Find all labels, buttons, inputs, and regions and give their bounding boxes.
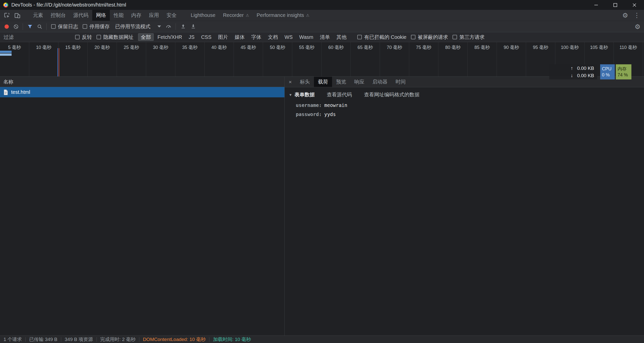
- timeline-label: 20 毫秒: [88, 42, 117, 76]
- blocked-cookies-label: 有已拦截的 Cookie: [364, 34, 406, 41]
- preserve-log-checkbox[interactable]: [51, 24, 56, 29]
- third-party-option[interactable]: 第三方请求: [453, 34, 485, 41]
- filter-chip-ws[interactable]: WS: [282, 33, 295, 41]
- memory-label: 内存: [618, 66, 630, 72]
- network-settings-gear-icon[interactable]: ⚙: [635, 21, 640, 32]
- filter-chip-wasm[interactable]: Wasm: [297, 33, 316, 41]
- hide-data-urls-checkbox[interactable]: [96, 35, 101, 39]
- arrow-up-import-icon: [180, 24, 186, 29]
- filter-chip-manifest[interactable]: 清单: [317, 33, 333, 41]
- third-party-label: 第三方请求: [459, 34, 485, 41]
- disable-cache-checkbox[interactable]: [83, 24, 87, 29]
- detail-tab-timing[interactable]: 时间: [392, 77, 410, 87]
- filter-chip-fetch-xhr[interactable]: Fetch/XHR: [155, 33, 185, 41]
- clear-network-log-button[interactable]: [13, 24, 19, 29]
- request-row-test-html[interactable]: test.html: [0, 87, 284, 97]
- filter-chip-css[interactable]: CSS: [198, 33, 214, 41]
- filter-toggle-button[interactable]: [27, 24, 33, 29]
- inspect-element-button[interactable]: [2, 10, 12, 21]
- device-toolbar-button[interactable]: [12, 10, 23, 21]
- divider: [176, 23, 176, 30]
- tab-application[interactable]: 应用: [145, 10, 163, 21]
- download-arrow-icon: ↓: [571, 73, 573, 78]
- more-options-kebab-icon[interactable]: ⋮: [634, 12, 640, 18]
- tab-performance-insights[interactable]: Performance insights⚠: [253, 10, 313, 21]
- blocked-requests-checkbox[interactable]: [411, 35, 415, 39]
- timeline-label: 90 毫秒: [497, 42, 526, 76]
- detail-tab-initiator[interactable]: 启动器: [368, 77, 392, 87]
- title-bar: DevTools - file:///D:/git/note/webstrom/…: [0, 0, 644, 10]
- settings-gear-icon[interactable]: ⚙: [622, 12, 628, 19]
- throttling-value: 已停用节流模式: [115, 23, 150, 30]
- filter-chip-media[interactable]: 媒体: [232, 33, 247, 41]
- view-source-link[interactable]: 查看源代码: [327, 91, 352, 98]
- window-controls: [587, 0, 644, 10]
- requests-table: 名称 test.html: [0, 77, 285, 335]
- preserve-log-option[interactable]: 保留日志: [51, 23, 78, 30]
- arrow-down-export-icon: [190, 24, 196, 29]
- cpu-usage-badge: CPU 0 %: [600, 64, 615, 79]
- name-column-header[interactable]: 名称: [0, 77, 284, 87]
- timeline-ruler: 5 毫秒10 毫秒15 毫秒20 毫秒25 毫秒30 毫秒35 毫秒40 毫秒4…: [0, 42, 644, 76]
- maximize-button[interactable]: [606, 0, 625, 10]
- third-party-checkbox[interactable]: [453, 35, 457, 39]
- search-button[interactable]: [37, 24, 42, 29]
- network-overview-timeline[interactable]: 5 毫秒10 毫秒15 毫秒20 毫秒25 毫秒30 毫秒35 毫秒40 毫秒4…: [0, 42, 644, 77]
- close-button[interactable]: [625, 0, 644, 10]
- minimize-icon: [593, 2, 599, 8]
- filter-chip-doc[interactable]: 文档: [265, 33, 281, 41]
- main-toolbar: 元素控制台源代码网络性能内存应用安全LighthouseRecorder⚠Per…: [0, 10, 644, 21]
- tab-elements[interactable]: 元素: [29, 10, 47, 21]
- tab-performance[interactable]: 性能: [110, 10, 127, 21]
- inspect-cursor-icon: [4, 12, 10, 19]
- blocked-cookies-checkbox[interactable]: [357, 35, 362, 39]
- filter-chip-img[interactable]: 图片: [215, 33, 231, 41]
- blocked-cookies-option[interactable]: 有已拦截的 Cookie: [357, 34, 406, 41]
- export-har-button[interactable]: [190, 24, 196, 29]
- minimize-button[interactable]: [587, 0, 606, 10]
- download-value: 0.00 KB: [577, 73, 594, 78]
- network-conditions-button[interactable]: [166, 23, 172, 30]
- tab-lighthouse[interactable]: Lighthouse: [187, 10, 219, 21]
- filter-chip-all[interactable]: 全部: [138, 33, 154, 41]
- close-details-icon[interactable]: ×: [285, 79, 296, 85]
- detail-tab-payload[interactable]: 载荷: [314, 77, 332, 87]
- maximize-icon: [612, 2, 618, 8]
- network-conditions-gauge-icon: [166, 23, 172, 30]
- blocked-requests-option[interactable]: 被屏蔽的请求: [411, 34, 448, 41]
- collapse-triangle-icon[interactable]: ▼: [289, 93, 292, 97]
- document-icon: [3, 89, 8, 95]
- timeline-label: 5 毫秒: [0, 42, 29, 76]
- import-har-button[interactable]: [180, 24, 186, 29]
- tab-sources[interactable]: 源代码: [70, 10, 92, 21]
- payload-param: username:meowrain: [289, 101, 639, 110]
- tab-label: 性能: [114, 12, 124, 19]
- tab-memory[interactable]: 内存: [127, 10, 145, 21]
- detail-tab-response[interactable]: 响应: [350, 77, 368, 87]
- tab-network[interactable]: 网络: [92, 10, 110, 21]
- timeline-label: 55 毫秒: [292, 42, 321, 76]
- devtools-window: DevTools - file:///D:/git/note/webstrom/…: [0, 0, 644, 343]
- filter-chip-js[interactable]: JS: [186, 33, 197, 41]
- record-network-log-button[interactable]: [5, 24, 9, 29]
- network-toolbar: 保留日志 停用缓存 已停用节流模式: [0, 21, 644, 32]
- upload-arrow-icon: ↑: [571, 66, 573, 71]
- detail-tab-headers[interactable]: 标头: [296, 77, 314, 87]
- disable-cache-option[interactable]: 停用缓存: [83, 23, 110, 30]
- name-header-label: 名称: [3, 78, 13, 85]
- filter-chip-other[interactable]: 其他: [334, 33, 349, 41]
- invert-checkbox[interactable]: [75, 35, 80, 39]
- param-key: password:: [296, 111, 322, 117]
- hide-data-urls-option[interactable]: 隐藏数据网址: [96, 34, 134, 41]
- detail-tab-preview[interactable]: 预览: [332, 77, 350, 87]
- throttling-select[interactable]: 已停用节流模式: [115, 23, 161, 30]
- tab-console[interactable]: 控制台: [47, 10, 70, 21]
- tab-security[interactable]: 安全: [163, 10, 180, 21]
- tab-recorder[interactable]: Recorder⚠: [219, 10, 253, 21]
- view-urlencoded-link[interactable]: 查看网址编码格式的数据: [364, 91, 420, 98]
- filter-chip-font[interactable]: 字体: [248, 33, 264, 41]
- invert-filter-option[interactable]: 反转: [75, 34, 92, 41]
- chevron-down-icon: [157, 25, 161, 27]
- filter-input[interactable]: 过滤: [0, 34, 71, 41]
- divider: [46, 23, 47, 30]
